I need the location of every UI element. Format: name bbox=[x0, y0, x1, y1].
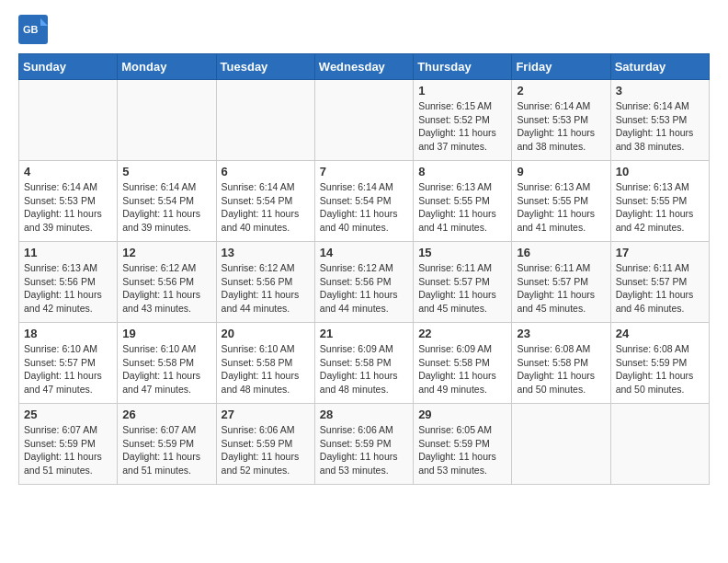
header-cell-sunday: Sunday bbox=[19, 54, 118, 80]
day-info: Sunrise: 6:12 AM Sunset: 5:56 PM Dayligh… bbox=[320, 261, 408, 316]
day-info: Sunrise: 6:10 AM Sunset: 5:57 PM Dayligh… bbox=[24, 342, 112, 396]
calendar-cell bbox=[118, 80, 216, 161]
day-number: 20 bbox=[222, 327, 310, 340]
day-number: 4 bbox=[24, 165, 112, 178]
calendar-cell bbox=[512, 404, 610, 485]
day-info: Sunrise: 6:13 AM Sunset: 5:56 PM Dayligh… bbox=[24, 261, 112, 316]
day-info: Sunrise: 6:14 AM Sunset: 5:53 PM Dayligh… bbox=[616, 99, 704, 154]
day-info: Sunrise: 6:06 AM Sunset: 5:59 PM Dayligh… bbox=[222, 423, 310, 477]
day-number: 15 bbox=[418, 246, 506, 259]
header-cell-thursday: Thursday bbox=[414, 54, 512, 80]
day-info: Sunrise: 6:11 AM Sunset: 5:57 PM Dayligh… bbox=[418, 261, 506, 316]
calendar-cell: 6Sunrise: 6:14 AM Sunset: 5:54 PM Daylig… bbox=[216, 161, 314, 242]
day-number: 13 bbox=[222, 246, 310, 259]
day-number: 8 bbox=[418, 165, 506, 178]
day-number: 22 bbox=[418, 327, 506, 340]
calendar-cell bbox=[19, 80, 118, 161]
calendar-cell: 27Sunrise: 6:06 AM Sunset: 5:59 PM Dayli… bbox=[216, 404, 314, 485]
day-number: 11 bbox=[24, 246, 112, 259]
calendar-cell: 9Sunrise: 6:13 AM Sunset: 5:55 PM Daylig… bbox=[512, 161, 610, 242]
day-info: Sunrise: 6:10 AM Sunset: 5:58 PM Dayligh… bbox=[122, 342, 210, 396]
calendar-header-row: SundayMondayTuesdayWednesdayThursdayFrid… bbox=[19, 54, 710, 80]
day-number: 14 bbox=[320, 246, 408, 259]
calendar-cell: 22Sunrise: 6:09 AM Sunset: 5:58 PM Dayli… bbox=[414, 323, 512, 404]
header-cell-saturday: Saturday bbox=[610, 54, 709, 80]
day-info: Sunrise: 6:14 AM Sunset: 5:53 PM Dayligh… bbox=[517, 99, 605, 154]
calendar-cell: 2Sunrise: 6:14 AM Sunset: 5:53 PM Daylig… bbox=[512, 80, 610, 161]
calendar-cell: 7Sunrise: 6:14 AM Sunset: 5:54 PM Daylig… bbox=[314, 161, 413, 242]
day-info: Sunrise: 6:08 AM Sunset: 5:59 PM Dayligh… bbox=[616, 342, 704, 396]
logo: GB bbox=[18, 15, 51, 44]
calendar-cell: 12Sunrise: 6:12 AM Sunset: 5:56 PM Dayli… bbox=[118, 242, 216, 323]
day-number: 19 bbox=[122, 327, 210, 340]
day-number: 5 bbox=[122, 165, 210, 178]
day-info: Sunrise: 6:12 AM Sunset: 5:56 PM Dayligh… bbox=[222, 261, 310, 316]
calendar-cell: 20Sunrise: 6:10 AM Sunset: 5:58 PM Dayli… bbox=[216, 323, 314, 404]
day-info: Sunrise: 6:14 AM Sunset: 5:54 PM Dayligh… bbox=[122, 180, 210, 235]
calendar-cell: 26Sunrise: 6:07 AM Sunset: 5:59 PM Dayli… bbox=[118, 404, 216, 485]
calendar-cell: 8Sunrise: 6:13 AM Sunset: 5:55 PM Daylig… bbox=[414, 161, 512, 242]
day-number: 23 bbox=[517, 327, 605, 340]
header-cell-monday: Monday bbox=[118, 54, 216, 80]
day-info: Sunrise: 6:14 AM Sunset: 5:54 PM Dayligh… bbox=[320, 180, 408, 235]
day-number: 16 bbox=[517, 246, 605, 259]
calendar-week-2: 4Sunrise: 6:14 AM Sunset: 5:53 PM Daylig… bbox=[19, 161, 710, 242]
header-cell-wednesday: Wednesday bbox=[314, 54, 413, 80]
day-info: Sunrise: 6:13 AM Sunset: 5:55 PM Dayligh… bbox=[418, 180, 506, 235]
calendar-cell: 18Sunrise: 6:10 AM Sunset: 5:57 PM Dayli… bbox=[19, 323, 118, 404]
day-number: 26 bbox=[122, 408, 210, 421]
day-info: Sunrise: 6:09 AM Sunset: 5:58 PM Dayligh… bbox=[418, 342, 506, 396]
calendar-cell bbox=[314, 80, 413, 161]
day-number: 21 bbox=[320, 327, 408, 340]
calendar-cell: 28Sunrise: 6:06 AM Sunset: 5:59 PM Dayli… bbox=[314, 404, 413, 485]
day-info: Sunrise: 6:11 AM Sunset: 5:57 PM Dayligh… bbox=[616, 261, 704, 316]
calendar-cell: 5Sunrise: 6:14 AM Sunset: 5:54 PM Daylig… bbox=[118, 161, 216, 242]
calendar-cell: 15Sunrise: 6:11 AM Sunset: 5:57 PM Dayli… bbox=[414, 242, 512, 323]
header: GB bbox=[18, 15, 710, 44]
calendar-week-5: 25Sunrise: 6:07 AM Sunset: 5:59 PM Dayli… bbox=[19, 404, 710, 485]
calendar-cell: 11Sunrise: 6:13 AM Sunset: 5:56 PM Dayli… bbox=[19, 242, 118, 323]
calendar-cell bbox=[610, 404, 709, 485]
day-number: 3 bbox=[616, 84, 704, 98]
day-info: Sunrise: 6:08 AM Sunset: 5:58 PM Dayligh… bbox=[517, 342, 605, 396]
calendar-cell: 1Sunrise: 6:15 AM Sunset: 5:52 PM Daylig… bbox=[414, 80, 512, 161]
day-info: Sunrise: 6:15 AM Sunset: 5:52 PM Dayligh… bbox=[418, 99, 506, 154]
calendar-cell: 14Sunrise: 6:12 AM Sunset: 5:56 PM Dayli… bbox=[314, 242, 413, 323]
logo-icon: GB bbox=[18, 15, 48, 44]
calendar-cell: 21Sunrise: 6:09 AM Sunset: 5:58 PM Dayli… bbox=[314, 323, 413, 404]
day-number: 28 bbox=[320, 408, 408, 421]
calendar-cell: 17Sunrise: 6:11 AM Sunset: 5:57 PM Dayli… bbox=[610, 242, 709, 323]
calendar-week-1: 1Sunrise: 6:15 AM Sunset: 5:52 PM Daylig… bbox=[19, 80, 710, 161]
calendar-cell: 29Sunrise: 6:05 AM Sunset: 5:59 PM Dayli… bbox=[414, 404, 512, 485]
day-number: 9 bbox=[517, 165, 605, 178]
day-number: 29 bbox=[418, 408, 506, 421]
day-number: 24 bbox=[616, 327, 704, 340]
header-cell-tuesday: Tuesday bbox=[216, 54, 314, 80]
day-info: Sunrise: 6:13 AM Sunset: 5:55 PM Dayligh… bbox=[517, 180, 605, 235]
day-number: 6 bbox=[222, 165, 310, 178]
day-number: 1 bbox=[418, 84, 506, 98]
day-number: 10 bbox=[616, 165, 704, 178]
day-info: Sunrise: 6:07 AM Sunset: 5:59 PM Dayligh… bbox=[122, 423, 210, 477]
day-info: Sunrise: 6:11 AM Sunset: 5:57 PM Dayligh… bbox=[517, 261, 605, 316]
calendar-week-4: 18Sunrise: 6:10 AM Sunset: 5:57 PM Dayli… bbox=[19, 323, 710, 404]
day-info: Sunrise: 6:05 AM Sunset: 5:59 PM Dayligh… bbox=[418, 423, 506, 477]
day-number: 2 bbox=[517, 84, 605, 98]
calendar-cell: 23Sunrise: 6:08 AM Sunset: 5:58 PM Dayli… bbox=[512, 323, 610, 404]
day-info: Sunrise: 6:06 AM Sunset: 5:59 PM Dayligh… bbox=[320, 423, 408, 477]
calendar-cell bbox=[216, 80, 314, 161]
day-number: 25 bbox=[24, 408, 112, 421]
svg-text:GB: GB bbox=[23, 24, 39, 35]
calendar-cell: 24Sunrise: 6:08 AM Sunset: 5:59 PM Dayli… bbox=[610, 323, 709, 404]
day-number: 17 bbox=[616, 246, 704, 259]
day-number: 18 bbox=[24, 327, 112, 340]
calendar-table: SundayMondayTuesdayWednesdayThursdayFrid… bbox=[18, 53, 710, 485]
day-info: Sunrise: 6:10 AM Sunset: 5:58 PM Dayligh… bbox=[222, 342, 310, 396]
day-info: Sunrise: 6:12 AM Sunset: 5:56 PM Dayligh… bbox=[122, 261, 210, 316]
calendar-cell: 10Sunrise: 6:13 AM Sunset: 5:55 PM Dayli… bbox=[610, 161, 709, 242]
calendar-cell: 25Sunrise: 6:07 AM Sunset: 5:59 PM Dayli… bbox=[19, 404, 118, 485]
calendar-cell: 3Sunrise: 6:14 AM Sunset: 5:53 PM Daylig… bbox=[610, 80, 709, 161]
day-number: 12 bbox=[122, 246, 210, 259]
calendar-cell: 16Sunrise: 6:11 AM Sunset: 5:57 PM Dayli… bbox=[512, 242, 610, 323]
day-number: 7 bbox=[320, 165, 408, 178]
